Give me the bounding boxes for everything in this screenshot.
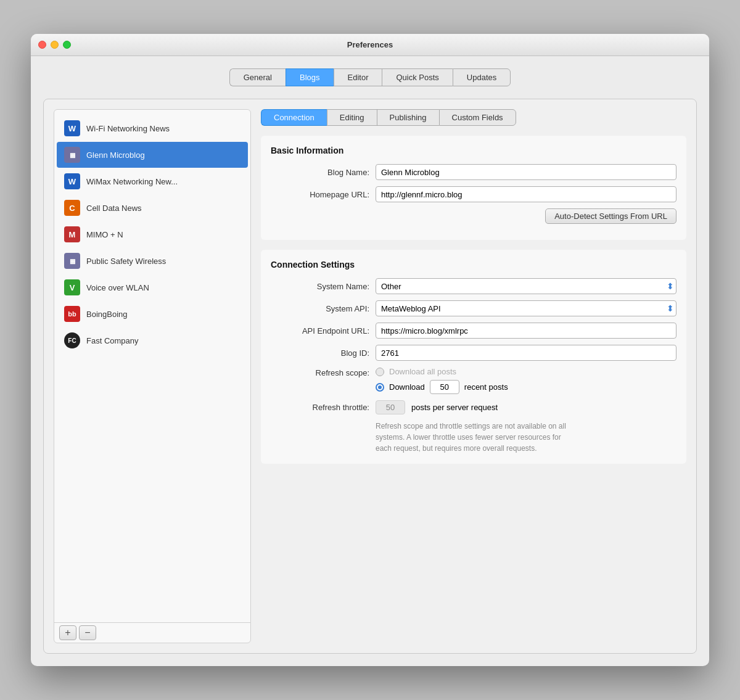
posts-per-server-label: posts per server request <box>411 403 498 412</box>
window-body: General Blogs Editor Quick Posts Updates… <box>31 56 709 666</box>
throttle-count-input[interactable] <box>376 400 405 414</box>
preferences-window: Preferences General Blogs Editor Quick P… <box>31 34 709 666</box>
refresh-scope-radios: Download all posts Download recent posts <box>376 367 676 394</box>
blog-icon-voicewlan: V <box>64 279 80 295</box>
sidebar-footer: + − <box>54 622 250 643</box>
subtab-customfields[interactable]: Custom Fields <box>439 109 516 126</box>
hint-text: Refresh scope and throttle settings are … <box>376 421 573 454</box>
sidebar-item-glenn[interactable]: ▦ Glenn Microblog <box>57 142 248 168</box>
recent-posts-label: recent posts <box>464 382 508 392</box>
system-api-select-wrapper: MetaWeblog API Blogger API Atom API ⬍ <box>376 300 676 316</box>
system-api-label: System API: <box>271 304 369 313</box>
refresh-scope-label: Refresh scope: <box>271 367 369 377</box>
sidebar-label-voicewlan: Voice over WLAN <box>86 283 149 292</box>
sidebar-label-mimo: MIMO + N <box>86 230 123 239</box>
close-button[interactable] <box>38 41 46 49</box>
sidebar-item-wimax[interactable]: W WiMax Networking New... <box>57 168 248 194</box>
api-endpoint-input[interactable] <box>376 323 676 339</box>
blog-icon-fastcompany: FC <box>64 332 80 348</box>
sidebar-item-publicsafety[interactable]: ▦ Public Safety Wireless <box>57 248 248 274</box>
blog-icon-wifi: W <box>64 120 80 136</box>
download-all-row: Download all posts <box>376 367 676 376</box>
sidebar-item-boingboing[interactable]: bb BoingBoing <box>57 301 248 327</box>
blog-name-row: Blog Name: <box>271 164 676 180</box>
refresh-throttle-label: Refresh throttle: <box>271 403 369 412</box>
homepage-url-input[interactable] <box>376 186 676 202</box>
sidebar-item-voicewlan[interactable]: V Voice over WLAN <box>57 274 248 300</box>
blog-icon-celldata: C <box>64 200 80 216</box>
sub-tabs: Connection Editing Publishing Custom Fie… <box>261 109 686 126</box>
download-count-input[interactable] <box>430 380 459 394</box>
sidebar-label-celldata: Cell Data News <box>86 204 142 213</box>
sidebar-label-wimax: WiMax Networking New... <box>86 177 178 186</box>
sidebar-label-glenn: Glenn Microblog <box>86 150 145 160</box>
system-api-row: System API: MetaWeblog API Blogger API A… <box>271 300 676 316</box>
minimize-button[interactable] <box>51 41 59 49</box>
add-blog-button[interactable]: + <box>59 625 76 640</box>
window-title: Preferences <box>347 40 393 49</box>
sidebar-label-wifi: Wi-Fi Networking News <box>86 124 170 133</box>
sidebar-label-fastcompany: Fast Company <box>86 336 139 345</box>
download-all-label: Download all posts <box>389 367 456 376</box>
sidebar-label-publicsafety: Public Safety Wireless <box>86 257 166 266</box>
sidebar-item-celldata[interactable]: C Cell Data News <box>57 195 248 221</box>
basic-info-title: Basic Information <box>271 146 676 155</box>
blog-id-row: Blog ID: <box>271 345 676 361</box>
homepage-url-row: Homepage URL: <box>271 186 676 202</box>
refresh-scope-row: Refresh scope: Download all posts Downlo… <box>271 367 676 394</box>
blog-icon-publicsafety: ▦ <box>64 253 80 269</box>
sidebar-item-fastcompany[interactable]: FC Fast Company <box>57 327 248 353</box>
auto-detect-row: Auto-Detect Settings From URL <box>271 208 676 224</box>
system-name-label: System Name: <box>271 282 369 291</box>
system-name-select[interactable]: Other WordPress Movable Type Blogger Typ… <box>376 278 676 294</box>
blog-name-input[interactable] <box>376 164 676 180</box>
titlebar: Preferences <box>31 34 709 56</box>
api-endpoint-label: API Endpoint URL: <box>271 326 369 336</box>
tab-updates[interactable]: Updates <box>453 68 511 86</box>
download-recent-radio[interactable] <box>376 383 384 392</box>
download-recent-row: Download recent posts <box>376 380 676 394</box>
blog-icon-glenn: ▦ <box>64 147 80 163</box>
tab-editor[interactable]: Editor <box>334 68 382 86</box>
blog-name-label: Blog Name: <box>271 168 369 177</box>
content-area: W Wi-Fi Networking News ▦ Glenn Microblo… <box>43 99 697 654</box>
subtab-editing[interactable]: Editing <box>327 109 377 126</box>
blog-id-label: Blog ID: <box>271 348 369 358</box>
refresh-throttle-row: Refresh throttle: posts per server reque… <box>271 400 676 414</box>
tab-blogs[interactable]: Blogs <box>286 68 334 86</box>
blog-icon-wimax: W <box>64 173 80 189</box>
sidebar-list: W Wi-Fi Networking News ▦ Glenn Microblo… <box>54 110 250 622</box>
system-name-select-wrapper: Other WordPress Movable Type Blogger Typ… <box>376 278 676 294</box>
blog-id-input[interactable] <box>376 345 676 361</box>
traffic-lights <box>38 41 71 49</box>
system-api-select[interactable]: MetaWeblog API Blogger API Atom API <box>376 300 676 316</box>
system-name-row: System Name: Other WordPress Movable Typ… <box>271 278 676 294</box>
blog-icon-boingboing: bb <box>64 306 80 322</box>
top-tabs: General Blogs Editor Quick Posts Updates <box>43 68 697 86</box>
subtab-publishing[interactable]: Publishing <box>377 109 439 126</box>
download-label: Download <box>389 382 425 392</box>
tab-general[interactable]: General <box>229 68 286 86</box>
sidebar: W Wi-Fi Networking News ▦ Glenn Microblo… <box>54 109 251 643</box>
basic-info-section: Basic Information Blog Name: Homepage UR… <box>261 136 686 240</box>
remove-blog-button[interactable]: − <box>79 625 96 640</box>
auto-detect-button[interactable]: Auto-Detect Settings From URL <box>545 208 676 224</box>
tab-quickposts[interactable]: Quick Posts <box>382 68 452 86</box>
maximize-button[interactable] <box>63 41 71 49</box>
subtab-connection[interactable]: Connection <box>261 109 327 126</box>
connection-settings-title: Connection Settings <box>271 260 676 270</box>
connection-settings-section: Connection Settings System Name: Other W… <box>261 250 686 464</box>
sidebar-label-boingboing: BoingBoing <box>86 310 128 319</box>
homepage-url-label: Homepage URL: <box>271 190 369 199</box>
main-content: Connection Editing Publishing Custom Fie… <box>261 109 686 643</box>
sidebar-item-wifi[interactable]: W Wi-Fi Networking News <box>57 115 248 141</box>
download-all-radio[interactable] <box>376 368 384 376</box>
sidebar-item-mimo[interactable]: M MIMO + N <box>57 221 248 247</box>
api-endpoint-row: API Endpoint URL: <box>271 323 676 339</box>
blog-icon-mimo: M <box>64 226 80 242</box>
